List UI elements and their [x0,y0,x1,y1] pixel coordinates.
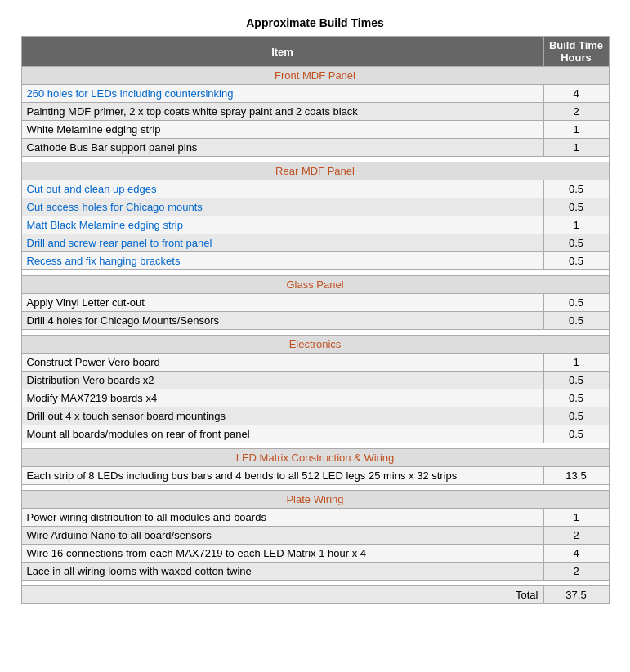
table-row: Drill and screw rear panel to front pane… [21,234,609,252]
table-row: Wire 16 connections from each MAX7219 to… [21,545,609,563]
table-row: Recess and fix hanging brackets 0.5 [21,252,609,270]
table-row: Drill 4 holes for Chicago Mounts/Sensors… [21,312,609,330]
time-cell: 0.5 [543,234,609,252]
item-cell: Painting MDF primer, 2 x top coats white… [21,103,543,121]
section-header-row: Glass Panel [21,276,609,294]
time-cell: 0.5 [543,425,609,443]
spacer-row [21,157,609,162]
item-cell: Matt Black Melamine edging strip [21,216,543,234]
table-row: Cut out and clean up edges 0.5 [21,180,609,198]
item-cell: Wire 16 connections from each MAX7219 to… [21,545,543,563]
time-cell: 0.5 [543,372,609,389]
item-cell: Apply Vinyl Letter cut-out [21,294,543,312]
item-cell: Power wiring distribution to all modules… [21,509,543,527]
time-cell: 2 [543,103,609,121]
item-cell: Mount all boards/modules on rear of fron… [21,425,543,443]
header-time-col: Build Time Hours [543,37,609,67]
time-cell: 1 [543,139,609,157]
table-row: Modify MAX7219 boards x4 0.5 [21,389,609,407]
total-value: 37.5 [543,586,609,604]
time-cell: 0.5 [543,294,609,312]
section-header-row: Plate Wiring [21,491,609,509]
table-row: 260 holes for LEDs including countersink… [21,85,609,103]
item-cell: Cut access holes for Chicago mounts [21,198,543,216]
section-header-label: LED Matrix Construction & Wiring [21,449,609,467]
header-item-col: Item [21,37,543,67]
table-row: Each strip of 8 LEDs including bus bars … [21,467,609,485]
item-cell: Each strip of 8 LEDs including bus bars … [21,467,543,485]
time-cell: 1 [543,354,609,372]
time-cell: 4 [543,545,609,563]
time-cell: 13.5 [543,467,609,485]
section-header-row: LED Matrix Construction & Wiring [21,449,609,467]
time-cell: 0.5 [543,252,609,270]
table-row: Painting MDF primer, 2 x top coats white… [21,103,609,121]
section-header-row: Front MDF Panel [21,67,609,85]
item-cell: Drill out 4 x touch sensor board mountin… [21,407,543,425]
time-cell: 2 [543,563,609,581]
table-row: Wire Arduino Nano to all board/sensors 2 [21,527,609,545]
item-cell: 260 holes for LEDs including countersink… [21,85,543,103]
section-header-label: Plate Wiring [21,491,609,509]
section-header-label: Electronics [21,336,609,354]
item-cell: Modify MAX7219 boards x4 [21,389,543,407]
table-header: Item Build Time Hours [21,37,609,67]
table-row: Cut access holes for Chicago mounts 0.5 [21,198,609,216]
spacer-row [21,330,609,336]
section-header-label: Glass Panel [21,276,609,294]
total-row: Total 37.5 [21,586,609,604]
item-cell: Distribution Vero boards x2 [21,372,543,389]
page-container: Approximate Build Times Item Build Time … [21,16,610,604]
time-cell: 1 [543,216,609,234]
section-header-row: Rear MDF Panel [21,162,609,180]
item-cell: Construct Power Vero board [21,354,543,372]
section-header-label: Rear MDF Panel [21,162,609,180]
time-cell: 0.5 [543,407,609,425]
table-row: Mount all boards/modules on rear of fron… [21,425,609,443]
table-row: Distribution Vero boards x2 0.5 [21,372,609,389]
item-cell: Lace in all wiring looms with waxed cott… [21,563,543,581]
table-row: Construct Power Vero board 1 [21,354,609,372]
time-cell: 0.5 [543,389,609,407]
spacer-row [21,270,609,276]
item-cell: Wire Arduino Nano to all board/sensors [21,527,543,545]
table-row: Power wiring distribution to all modules… [21,509,609,527]
total-label: Total [21,586,543,604]
item-cell: Recess and fix hanging brackets [21,252,543,270]
table-row: Lace in all wiring looms with waxed cott… [21,563,609,581]
item-cell: Cut out and clean up edges [21,180,543,198]
time-cell: 2 [543,527,609,545]
item-cell: White Melamine edging strip [21,121,543,139]
item-cell: Cathode Bus Bar support panel pins [21,139,543,157]
build-times-table: Item Build Time Hours Front MDF Panel 26… [21,36,610,604]
time-cell: 0.5 [543,180,609,198]
time-cell: 0.5 [543,312,609,330]
section-header-label: Front MDF Panel [21,67,609,85]
table-row: Apply Vinyl Letter cut-out 0.5 [21,294,609,312]
time-cell: 1 [543,121,609,139]
item-cell: Drill 4 holes for Chicago Mounts/Sensors [21,312,543,330]
table-row: White Melamine edging strip 1 [21,121,609,139]
table-row: Matt Black Melamine edging strip 1 [21,216,609,234]
time-cell: 0.5 [543,198,609,216]
spacer-row [21,581,609,586]
spacer-row [21,485,609,491]
time-cell: 4 [543,85,609,103]
table-row: Cathode Bus Bar support panel pins 1 [21,139,609,157]
item-cell: Drill and screw rear panel to front pane… [21,234,543,252]
page-title: Approximate Build Times [21,16,610,29]
table-body: Front MDF Panel 260 holes for LEDs inclu… [21,67,609,604]
table-row: Drill out 4 x touch sensor board mountin… [21,407,609,425]
section-header-row: Electronics [21,336,609,354]
time-cell: 1 [543,509,609,527]
spacer-row [21,443,609,449]
